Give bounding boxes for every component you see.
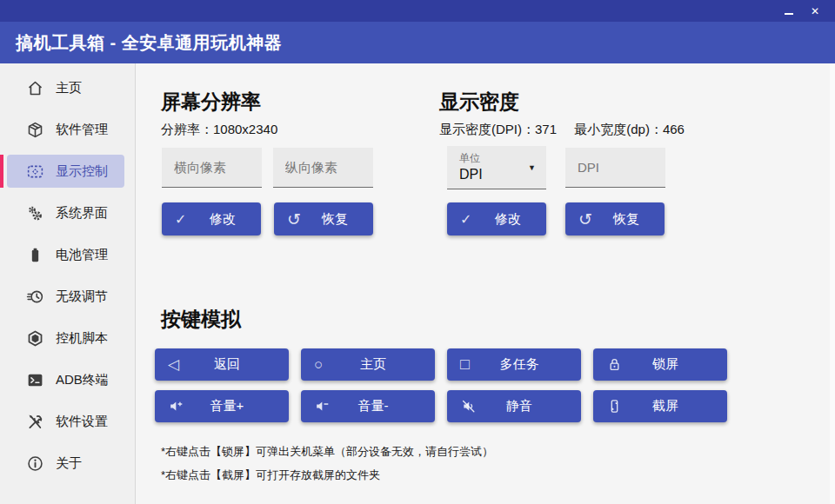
sidebar-item-battery-manage[interactable]: 电池管理 bbox=[0, 234, 135, 275]
mute-icon bbox=[460, 398, 477, 414]
close-icon: ✕ bbox=[811, 5, 819, 17]
density-dpi-value: 371 bbox=[535, 122, 557, 136]
horizontal-pixels-input[interactable] bbox=[162, 148, 262, 188]
screenshot-button[interactable]: 截屏 bbox=[593, 390, 727, 422]
app-header: 搞机工具箱 - 全安卓通用玩机神器 bbox=[0, 22, 835, 63]
sidebar-item-label: 关于 bbox=[56, 455, 82, 472]
sidebar-item-about[interactable]: 关于 bbox=[0, 442, 135, 484]
sidebar-item-label: 控机脚本 bbox=[56, 330, 108, 347]
resolution-value: 1080x2340 bbox=[213, 122, 277, 136]
mute-button[interactable]: 静音 bbox=[447, 390, 581, 422]
density-section-title: 显示密度 bbox=[439, 89, 519, 116]
volume-plus-icon bbox=[168, 398, 184, 414]
sidebar-item-label: 电池管理 bbox=[56, 247, 108, 263]
gears-icon bbox=[26, 204, 44, 222]
check-icon: ✓ bbox=[175, 211, 186, 228]
minimize-icon bbox=[785, 13, 793, 15]
close-button[interactable]: ✕ bbox=[802, 0, 828, 22]
dpi-input[interactable] bbox=[565, 148, 665, 188]
display-control-icon bbox=[26, 162, 44, 181]
sidebar-item-stepless-adjust[interactable]: 无级调节 bbox=[0, 275, 135, 317]
hexagon-icon bbox=[26, 329, 44, 348]
keysim-section-title: 按键模拟 bbox=[161, 306, 241, 333]
unit-select[interactable]: 单位 DPI ▼ bbox=[447, 146, 546, 189]
main-content: 屏幕分辨率 分辨率：1080x2340 ✓ 修改 ↺ 恢复 显示密度 显示密度(… bbox=[136, 63, 835, 504]
chevron-down-icon: ▼ bbox=[528, 163, 536, 172]
sidebar-item-adb-terminal[interactable]: ADB终端 bbox=[0, 359, 135, 401]
unit-select-value: DPI bbox=[459, 167, 483, 182]
battery-icon bbox=[26, 246, 44, 264]
titlebar: ✕ bbox=[0, 0, 835, 22]
sidebar-item-system-ui[interactable]: 系统界面 bbox=[0, 192, 135, 234]
home-key-button[interactable]: ○ 主页 bbox=[301, 348, 435, 381]
density-minwidth-value: 466 bbox=[663, 122, 685, 136]
resolution-label: 分辨率： bbox=[161, 122, 213, 136]
minimize-button[interactable] bbox=[776, 0, 802, 22]
sidebar-item-label: 无级调节 bbox=[56, 288, 108, 305]
resolution-section-title: 屏幕分辨率 bbox=[161, 89, 261, 116]
home-circle-icon: ○ bbox=[314, 356, 323, 374]
multitask-key-button[interactable]: □ 多任务 bbox=[447, 348, 581, 381]
density-restore-button[interactable]: ↺ 恢复 bbox=[565, 202, 665, 235]
sidebar-item-software-manage[interactable]: 软件管理 bbox=[0, 109, 135, 150]
sidebar-item-label: 显示控制 bbox=[56, 163, 108, 180]
back-key-button[interactable]: ◁ 返回 bbox=[155, 348, 289, 381]
volume-minus-icon bbox=[314, 398, 331, 414]
app-window: ✕ 搞机工具箱 - 全安卓通用玩机神器 主页 软件管理 bbox=[0, 0, 835, 504]
speed-clock-icon bbox=[26, 288, 44, 306]
terminal-icon bbox=[26, 371, 44, 389]
back-icon: ◁ bbox=[168, 355, 179, 374]
unit-select-label: 单位 bbox=[459, 151, 480, 166]
resolution-info: 分辨率：1080x2340 bbox=[161, 122, 277, 138]
sidebar-item-label: ADB终端 bbox=[56, 372, 109, 388]
vertical-pixels-input[interactable] bbox=[273, 148, 373, 188]
lockscreen-key-button[interactable]: 锁屏 bbox=[593, 348, 727, 381]
density-info: 显示密度(DPI)：371 最小宽度(dp)：466 bbox=[439, 122, 698, 138]
lockscreen-note: *右键点击【锁屏】可弹出关机菜单（部分设备无效，请自行尝试） bbox=[161, 444, 493, 460]
sidebar-item-control-script[interactable]: 控机脚本 bbox=[0, 317, 135, 359]
volume-up-button[interactable]: 音量+ bbox=[155, 390, 289, 422]
home-icon bbox=[26, 79, 44, 97]
info-icon bbox=[26, 454, 44, 473]
sidebar-item-software-settings[interactable]: 软件设置 bbox=[0, 401, 135, 442]
screenshot-icon bbox=[606, 398, 623, 414]
sidebar: 主页 软件管理 显示控制 系统界面 bbox=[0, 63, 136, 504]
resolution-modify-button[interactable]: ✓ 修改 bbox=[162, 202, 261, 235]
sidebar-item-display-control[interactable]: 显示控制 bbox=[7, 155, 124, 188]
lock-icon bbox=[606, 356, 623, 373]
density-minwidth-label: 最小宽度(dp)： bbox=[574, 122, 663, 136]
refresh-icon: ↺ bbox=[578, 211, 592, 228]
package-icon bbox=[26, 121, 44, 139]
resolution-restore-button[interactable]: ↺ 恢复 bbox=[274, 202, 373, 235]
density-dpi-label: 显示密度(DPI)： bbox=[439, 122, 535, 136]
sidebar-item-label: 软件设置 bbox=[56, 414, 108, 430]
screenshot-note: *右键点击【截屏】可打开存放截屏的文件夹 bbox=[161, 468, 380, 483]
density-modify-button[interactable]: ✓ 修改 bbox=[447, 202, 546, 235]
scrollbar-track[interactable] bbox=[830, 63, 835, 504]
sidebar-item-label: 主页 bbox=[56, 80, 82, 96]
check-icon: ✓ bbox=[460, 211, 471, 228]
volume-down-button[interactable]: 音量- bbox=[301, 390, 435, 422]
app-title: 搞机工具箱 - 全安卓通用玩机神器 bbox=[16, 31, 282, 55]
sidebar-item-label: 软件管理 bbox=[56, 122, 108, 138]
refresh-icon: ↺ bbox=[287, 211, 301, 228]
multitask-icon: □ bbox=[460, 355, 470, 374]
tools-icon bbox=[26, 413, 44, 431]
sidebar-item-home[interactable]: 主页 bbox=[0, 67, 135, 109]
sidebar-item-label: 系统界面 bbox=[56, 205, 108, 222]
